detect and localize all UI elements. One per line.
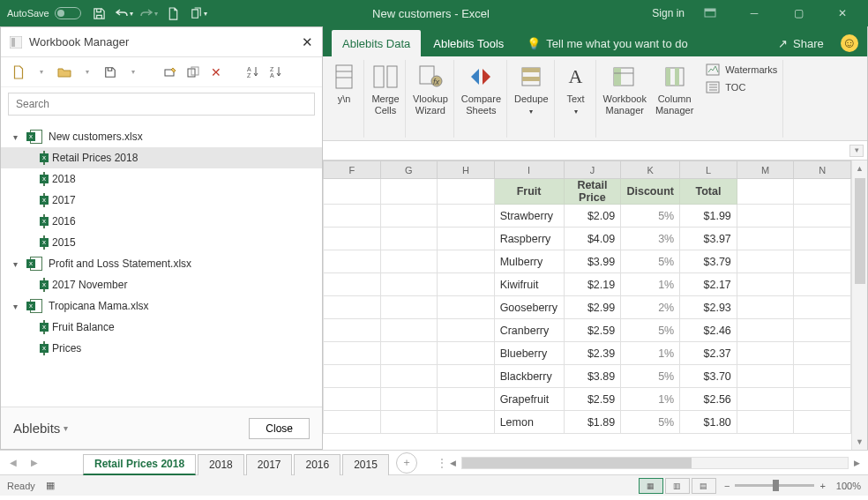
cell[interactable] (438, 388, 495, 411)
cell[interactable] (438, 273, 495, 296)
workbook-node[interactable]: ▾Tropicana Mama.xlsx (1, 295, 322, 317)
scroll-up-icon[interactable]: ▲ (852, 160, 867, 176)
cell[interactable] (438, 411, 495, 434)
cell[interactable] (324, 250, 381, 273)
cell[interactable] (324, 205, 381, 228)
cell[interactable] (794, 228, 851, 250)
cell[interactable] (794, 273, 851, 296)
sort-asc-icon[interactable]: AZ (244, 63, 262, 81)
cell[interactable] (737, 273, 794, 296)
cell[interactable]: 5% (621, 365, 680, 388)
cell[interactable] (737, 228, 794, 250)
table-header-cell[interactable]: Discount (621, 179, 680, 205)
undo-button[interactable]: ▾ (113, 2, 136, 25)
worksheet-node[interactable]: 2017 (1, 190, 322, 211)
cell[interactable]: Grapefruit (494, 388, 564, 411)
vendor-label[interactable]: Ablebits▾ (13, 421, 68, 436)
cell[interactable] (438, 250, 495, 273)
redo-button[interactable]: ▾ (138, 2, 161, 25)
ribbon-text[interactable]: A Text▾ (557, 60, 596, 138)
column-header[interactable]: L (680, 161, 737, 179)
table-header-cell[interactable]: Total (680, 179, 737, 205)
cell[interactable]: $1.80 (680, 411, 737, 434)
new-sheet-dropdown-icon[interactable]: ▾ (33, 63, 50, 81)
worksheet-node[interactable]: Retail Prices 2018 (1, 147, 322, 168)
ribbon-merge-cells[interactable]: Merge Cells (366, 60, 406, 138)
cell[interactable] (438, 319, 495, 342)
sheet-nav-next[interactable]: ▶ (25, 453, 44, 473)
cell[interactable]: $4.09 (564, 228, 621, 250)
cell[interactable]: $2.93 (680, 296, 737, 319)
column-header[interactable]: I (494, 161, 564, 179)
cell[interactable] (737, 365, 794, 388)
ribbon-vlookup-wizard[interactable]: fx Vlookup Wizard (408, 60, 454, 138)
cell[interactable]: 5% (621, 250, 680, 273)
sheet-tab[interactable]: 2018 (198, 454, 244, 475)
save-button[interactable] (88, 2, 111, 25)
delete-icon[interactable]: ✕ (207, 63, 225, 81)
workbook-node[interactable]: ▾New customers.xlsx (1, 126, 322, 147)
cell[interactable] (438, 296, 495, 319)
cell[interactable]: 1% (621, 342, 680, 365)
worksheet-node[interactable]: Prices (1, 338, 322, 359)
worksheet-grid[interactable]: FGHIJKLMNFruitRetail PriceDiscountTotalS… (323, 160, 851, 450)
zoom-in-icon[interactable]: + (819, 481, 825, 491)
scroll-down-icon[interactable]: ▼ (852, 434, 867, 450)
copy-button[interactable]: ▾ (187, 2, 210, 25)
column-header[interactable]: K (621, 161, 680, 179)
panel-close-button[interactable]: ✕ (302, 34, 313, 50)
cell[interactable]: $2.37 (680, 342, 737, 365)
smiley-feedback-icon[interactable] (841, 34, 858, 52)
cell[interactable] (324, 365, 381, 388)
new-file-button[interactable] (162, 2, 185, 25)
cell[interactable]: $2.09 (564, 205, 621, 228)
worksheet-node[interactable]: 2016 (1, 211, 322, 232)
formula-bar-expand-icon[interactable]: ▾ (849, 145, 864, 157)
cell[interactable] (380, 296, 438, 319)
cell[interactable]: $3.89 (564, 365, 621, 388)
cell[interactable]: Cranberry (494, 319, 564, 342)
cell[interactable] (380, 250, 438, 273)
autosave-toggle[interactable]: AutoSave (4, 7, 88, 19)
cell[interactable] (737, 250, 794, 273)
cell[interactable]: Lemon (494, 411, 564, 434)
close-window-button[interactable]: ✕ (824, 2, 861, 25)
column-header[interactable]: H (438, 161, 495, 179)
cell[interactable] (324, 179, 381, 205)
worksheet-node[interactable]: 2017 November (1, 274, 322, 295)
cell[interactable]: $2.59 (564, 319, 621, 342)
cell[interactable]: $3.97 (680, 228, 737, 250)
tell-me-input[interactable]: 💡Tell me what you want to do (516, 30, 698, 56)
ribbon-toc[interactable]: TOC (706, 79, 745, 95)
cell[interactable]: $1.99 (680, 205, 737, 228)
cell[interactable] (794, 365, 851, 388)
panel-search-input[interactable] (8, 93, 315, 116)
cell[interactable] (794, 388, 851, 411)
cell[interactable]: $2.59 (564, 388, 621, 411)
cell[interactable] (438, 342, 495, 365)
cell[interactable] (324, 342, 381, 365)
tab-ablebits-data[interactable]: Ablebits Data (332, 30, 421, 56)
cell[interactable]: 5% (621, 411, 680, 434)
table-header-cell[interactable]: Retail Price (564, 179, 621, 205)
cell[interactable] (380, 342, 438, 365)
duplicate-icon[interactable] (184, 63, 202, 81)
ribbon-display-button[interactable] (692, 2, 729, 25)
cell[interactable]: Mulberry (494, 250, 564, 273)
cell[interactable] (737, 319, 794, 342)
worksheet-node[interactable]: 2018 (1, 168, 322, 190)
cell[interactable]: Strawberry (494, 205, 564, 228)
column-header[interactable]: N (794, 161, 851, 179)
workbook-node[interactable]: ▾Profit and Loss Statement.xlsx (1, 253, 322, 274)
zoom-out-icon[interactable]: − (724, 481, 730, 491)
cell[interactable]: Blueberry (494, 342, 564, 365)
cell[interactable] (380, 228, 438, 250)
cell[interactable] (737, 411, 794, 434)
cell[interactable]: $3.99 (564, 250, 621, 273)
table-header-cell[interactable]: Fruit (494, 179, 564, 205)
ribbon-column-manager[interactable]: Column Manager (655, 62, 693, 139)
cell[interactable]: 2% (621, 296, 680, 319)
cell[interactable]: $3.79 (680, 250, 737, 273)
cell[interactable]: $3.70 (680, 365, 737, 388)
cell[interactable] (794, 342, 851, 365)
